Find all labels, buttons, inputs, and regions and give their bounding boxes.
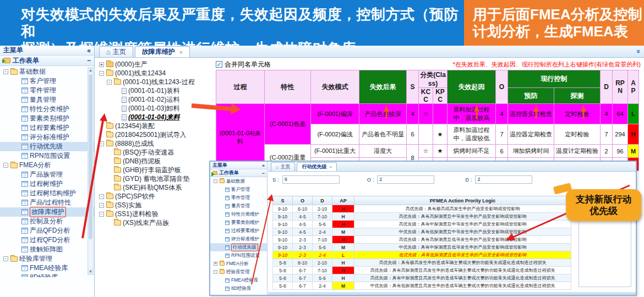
sidebar-item[interactable]: 特性分类维护 (0, 105, 94, 114)
sidebar-item[interactable]: -基础数据 (0, 67, 94, 76)
subwindow-group-worksheets[interactable]: 工作表单 − (210, 169, 267, 177)
process-tree-item[interactable]: (BSQ)手动变速器 (96, 148, 214, 157)
expand-toggle-icon[interactable]: - (3, 69, 8, 74)
subwindow-tree-item[interactable]: 客户管理 (210, 185, 267, 194)
subwindow-tree-item[interactable]: 量具管理 (210, 202, 267, 210)
fmea-cell-cause[interactable]: 原料加温过程中，温度较低 (447, 124, 496, 145)
sidebar-item[interactable]: -FMEA分析 (0, 161, 94, 170)
expand-toggle-icon[interactable]: - (3, 163, 8, 168)
sidebar-item[interactable]: 要素类别维护 (0, 114, 94, 123)
ap-cell-rating[interactable]: H (332, 267, 354, 274)
process-tree-item[interactable]: -(SS)实施 (96, 201, 214, 210)
ap-cell-o[interactable]: 4-5 (293, 213, 313, 221)
ap-cell-s[interactable]: 9-10 (273, 251, 293, 259)
fmea-cell-cause[interactable]: 烘烤时间不足 (447, 145, 496, 158)
ap-cell-rating[interactable]: L (332, 251, 354, 259)
process-tree-item[interactable]: (123454)装配 (96, 122, 214, 130)
process-tree-item[interactable]: -(SS1)进料检验 (96, 210, 214, 218)
ap-cell-d[interactable]: 2-4 (313, 251, 332, 259)
fmea-cell-characteristic[interactable]: (C-0001)色差 (265, 104, 311, 145)
sidebar-item[interactable]: 行动优先级 (0, 142, 94, 151)
fmea-cell-ap[interactable]: M (628, 145, 639, 158)
ap-cell-logic[interactable]: 中优先级：具有低探测度且高发生率的造成车辆主要或次要的功能丧失或退化造成制造过程… (354, 282, 571, 290)
ap-cell-s[interactable]: 9-10 (273, 236, 293, 244)
ap-cell-o[interactable]: 2-3 (293, 244, 313, 251)
ap-cell-o[interactable]: 6-7 (293, 267, 313, 274)
fmea-cell-detection[interactable]: 定时检验 (554, 124, 601, 145)
process-tree-item[interactable]: (0001-01-01)装料 (96, 86, 214, 95)
ap-cell-d[interactable]: 5-6 (313, 221, 332, 228)
ap-cell-d[interactable]: 2-10 (313, 205, 332, 213)
ap-cell-o[interactable]: 6-10 (293, 205, 313, 213)
subwindow-tree-item[interactable]: 8D经验库 (210, 284, 267, 293)
process-tree-item[interactable]: -(8888)总成线 (96, 139, 214, 148)
fmea-cell-effect[interactable]: 产品色差较深 (359, 104, 407, 124)
fmea-cell-prevention[interactable]: 增加烘烤时间 (508, 145, 554, 158)
tab-close-icon[interactable]: × (179, 49, 183, 56)
expand-toggle-icon[interactable]: - (99, 203, 104, 208)
sidebar-item[interactable]: 零件管理 (0, 86, 94, 95)
ap-cell-s[interactable]: 9-10 (273, 221, 293, 228)
fmea-cell-detection[interactable]: 温度计定期检验 (554, 145, 601, 158)
subwindow-tree-item[interactable]: FMEA经验库 (210, 276, 267, 284)
subwindow-tree-item[interactable]: -基础数据 (210, 177, 267, 185)
expand-toggle-icon[interactable]: - (214, 270, 217, 274)
sidebar-item[interactable]: 量具管理 (0, 95, 94, 105)
fmea-cell-effect[interactable]: 产品着色不明显 (359, 124, 407, 145)
ap-cell-logic[interactable]: 高优先级：具有中探测度且中等发生率的产品安全影响或管控影响 (354, 221, 571, 228)
fmea-cell-prevention[interactable]: 温控器定期检查 (508, 124, 554, 145)
fmea-cell-kpc[interactable]: ★ (433, 145, 447, 158)
ap-cell-d[interactable]: 2-10 (313, 259, 332, 267)
process-tree-item[interactable]: (0001-01-04)来料 (96, 113, 214, 122)
subwindow-tree-item[interactable]: 行动优先级 (210, 243, 267, 251)
ap-cell-s[interactable]: 5-8 (273, 274, 293, 282)
scroll-down-icon[interactable]: ▼ (88, 269, 93, 274)
expand-toggle-icon[interactable]: - (3, 256, 8, 261)
expand-toggle-icon[interactable]: - (214, 179, 217, 183)
ap-cell-rating[interactable]: H (332, 259, 354, 267)
subwindow-tab-action-priority[interactable]: 行动优先级 × (297, 162, 337, 171)
ap-cell-logic[interactable]: 高优先级：具有高探测度且低等发生率的产品安全影响或管控影响 (354, 236, 571, 244)
expand-toggle-icon[interactable]: - (99, 141, 104, 146)
subwindow-tree-item[interactable]: RPN范围设置 (210, 251, 267, 260)
ap-cell-rating[interactable]: H (332, 213, 354, 221)
sidebar-item[interactable]: 产品/过程特性 (0, 198, 94, 207)
ap-cell-rating[interactable]: H (332, 274, 354, 282)
fmea-cell-mode[interactable]: (F-0001)比重大 (311, 145, 359, 158)
occurrence-input[interactable] (377, 175, 434, 184)
ap-cell-rating[interactable]: H (332, 205, 354, 213)
fmea-cell-o[interactable]: 6 (496, 145, 508, 158)
sidebar-item[interactable]: 故障库维护 (0, 207, 94, 217)
ap-cell-s[interactable]: 9-10 (273, 213, 293, 221)
ap-cell-d[interactable]: 2-4 (313, 282, 332, 290)
fmea-cell-s[interactable]: 6 (407, 124, 419, 145)
fmea-cell-prevention[interactable]: 温控器实时检查 (508, 104, 554, 124)
ap-cell-d[interactable]: 5-6 (313, 244, 332, 251)
group-collapse-icon[interactable]: − (262, 170, 265, 176)
fmea-cell-d[interactable]: 2 (601, 145, 613, 158)
subwindow-tree-item[interactable]: 要素类别维护 (210, 218, 267, 227)
ap-cell-o[interactable]: 4-5 (293, 221, 313, 228)
sidebar-item[interactable]: 接触矩阵图 (0, 245, 94, 254)
fmea-cell-rpn[interactable]: 96 (613, 145, 628, 158)
sidebar-item[interactable]: -经验库管理 (0, 254, 94, 263)
sidebar-group-worksheets[interactable]: 工作表单 − (0, 56, 94, 66)
fmea-cell-mode[interactable]: (F-0001)偏深 (311, 104, 359, 124)
expand-toggle-icon[interactable]: - (99, 212, 104, 217)
subwindow-tab-home[interactable]: ⌂ 主页 (271, 162, 295, 171)
process-tree-item[interactable]: (0001-01-03)卸料 (96, 104, 214, 113)
sidebar-item[interactable]: 产品族管理 (0, 170, 94, 179)
scrollbar-thumb[interactable] (89, 74, 92, 239)
expand-toggle-icon[interactable]: - (99, 71, 104, 76)
expand-toggle-icon[interactable]: - (99, 194, 104, 199)
tab-overflow-icon[interactable]: » (635, 50, 643, 53)
sidebar-item[interactable]: RPN范围设置 (0, 151, 94, 161)
fmea-cell-rpn[interactable]: 294 (613, 124, 628, 145)
ap-cell-logic[interactable]: 中优先级：具有低探测度且中等发生率的产品安全影响或管控影响 (354, 228, 571, 236)
subwindow-tree-item[interactable]: 评分标准维护 (210, 235, 267, 243)
subwindow-collapse-icon[interactable]: « (262, 163, 265, 168)
fmea-cell-kpc[interactable] (433, 104, 447, 124)
process-tree-item[interactable]: -(0001)线束12434 (96, 69, 214, 78)
process-tree-item[interactable]: (0001-01-02)运料 (96, 95, 214, 104)
ap-cell-o[interactable]: 2-3 (293, 236, 313, 244)
